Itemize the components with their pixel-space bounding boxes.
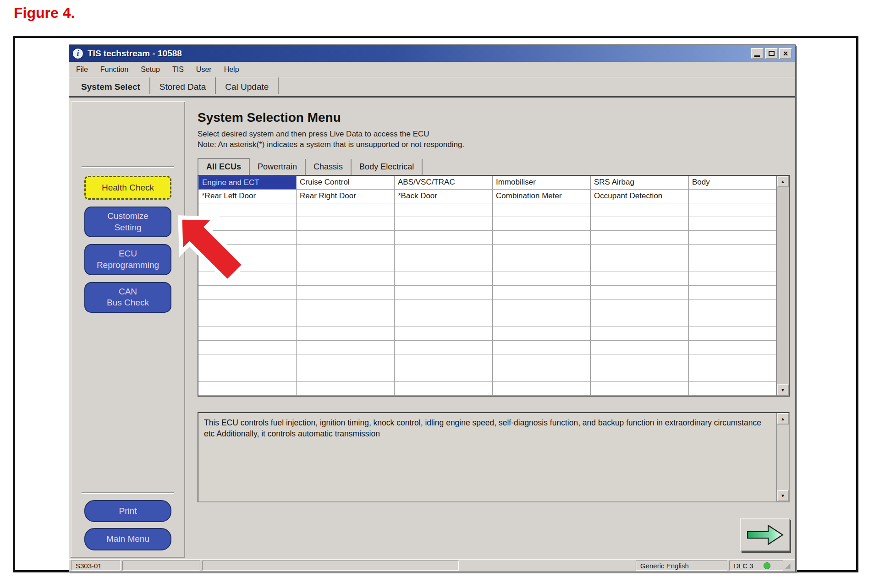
table-cell-empty[interactable] — [297, 286, 395, 299]
ecu-tab-all-ecus[interactable]: All ECUs — [198, 158, 250, 175]
table-cell-empty[interactable] — [395, 245, 493, 258]
table-cell-empty[interactable] — [198, 354, 297, 368]
table-cell-empty[interactable] — [689, 272, 776, 286]
table-cell-empty[interactable] — [493, 272, 591, 286]
health-check-button[interactable]: Health Check — [84, 176, 171, 200]
table-cell-empty[interactable] — [297, 313, 395, 327]
table-cell-empty[interactable] — [591, 231, 689, 245]
table-cell-empty[interactable] — [198, 203, 297, 217]
table-cell-empty[interactable] — [493, 382, 591, 396]
table-cell-empty[interactable] — [689, 286, 776, 299]
table-cell-empty[interactable] — [493, 327, 591, 341]
table-cell-empty[interactable] — [297, 245, 395, 258]
table-cell-empty[interactable] — [689, 217, 776, 231]
table-cell-empty[interactable] — [198, 217, 297, 231]
table-cell-rear-right-door[interactable]: Rear Right Door — [297, 190, 395, 203]
table-cell-empty[interactable] — [297, 382, 395, 396]
table-cell-empty[interactable] — [591, 203, 689, 217]
table-cell-empty[interactable] — [297, 354, 395, 368]
table-cell-empty[interactable] — [395, 368, 493, 382]
table-scrollbar[interactable]: ▲ ▼ — [776, 176, 789, 396]
print-button[interactable]: Print — [84, 500, 171, 523]
table-cell-empty[interactable] — [198, 272, 297, 286]
table-cell-empty[interactable] — [689, 368, 776, 382]
ecu-tab-chassis[interactable]: Chassis — [306, 159, 352, 175]
table-cell-empty[interactable] — [395, 341, 493, 354]
table-cell-empty[interactable] — [198, 382, 297, 396]
table-cell-back-door[interactable]: *Back Door — [395, 190, 493, 203]
menu-item-tis[interactable]: TIS — [172, 65, 184, 74]
description-scrollbar[interactable]: ▲ ▼ — [776, 413, 789, 501]
table-cell-empty[interactable] — [689, 327, 776, 341]
table-cell-empty[interactable] — [493, 368, 591, 382]
table-cell-empty[interactable] — [689, 354, 776, 368]
menu-item-help[interactable]: Help — [224, 65, 239, 74]
table-cell-empty[interactable] — [689, 258, 776, 272]
table-cell-immobiliser[interactable]: Immobiliser — [493, 176, 591, 190]
table-cell-empty[interactable] — [395, 286, 493, 299]
table-cell-empty[interactable] — [395, 382, 493, 396]
table-cell-empty[interactable] — [689, 313, 776, 327]
table-cell-body[interactable]: Body — [689, 176, 776, 190]
table-cell-empty[interactable] — [395, 299, 493, 313]
tab-system-select[interactable]: System Select — [72, 77, 150, 94]
table-cell-empty[interactable] — [297, 272, 395, 286]
ecu-reprogramming-button[interactable]: ECUReprogramming — [84, 244, 171, 275]
customize-setting-button[interactable]: CustomizeSetting — [84, 207, 171, 237]
table-cell-empty[interactable] — [591, 299, 689, 313]
table-cell-srs-airbag[interactable]: SRS Airbag — [591, 176, 689, 190]
table-cell-empty[interactable] — [591, 258, 689, 272]
table-cell-abs-vsc-trac[interactable]: ABS/VSC/TRAC — [395, 176, 493, 190]
tab-cal-update[interactable]: Cal Update — [216, 77, 279, 94]
table-cell-empty[interactable] — [198, 313, 297, 327]
close-button[interactable]: × — [779, 48, 792, 59]
next-button[interactable] — [740, 518, 790, 551]
table-cell-empty[interactable] — [591, 368, 689, 382]
table-cell-empty[interactable] — [297, 258, 395, 272]
table-cell-empty[interactable] — [395, 231, 493, 245]
table-cell-empty[interactable] — [395, 217, 493, 231]
table-cell-empty[interactable] — [297, 217, 395, 231]
minimize-button[interactable] — [751, 48, 764, 59]
table-cell-empty[interactable] — [591, 286, 689, 299]
table-cell-empty[interactable] — [493, 341, 591, 354]
table-cell-empty[interactable] — [591, 341, 689, 354]
table-cell-empty[interactable] — [198, 245, 297, 258]
table-cell-engine-and-ect[interactable]: Engine and ECT — [198, 176, 297, 190]
menu-item-user[interactable]: User — [196, 65, 212, 74]
table-cell-empty[interactable] — [493, 354, 591, 368]
scroll-down-icon[interactable]: ▼ — [777, 384, 789, 396]
table-cell-empty[interactable] — [493, 313, 591, 327]
table-cell-empty[interactable] — [689, 190, 776, 203]
main-menu-button[interactable]: Main Menu — [84, 528, 171, 550]
table-cell-empty[interactable] — [689, 245, 776, 258]
table-cell-empty[interactable] — [591, 272, 689, 286]
scroll-up-icon[interactable]: ▲ — [777, 176, 789, 187]
table-cell-empty[interactable] — [591, 217, 689, 231]
table-cell-empty[interactable] — [689, 231, 776, 245]
table-cell-empty[interactable] — [297, 327, 395, 341]
table-cell-empty[interactable] — [493, 231, 591, 245]
ecu-tab-powertrain[interactable]: Powertrain — [250, 159, 306, 175]
table-cell-occupant-detection[interactable]: Occupant Detection — [591, 190, 689, 203]
table-cell-empty[interactable] — [591, 382, 689, 396]
table-cell-empty[interactable] — [591, 313, 689, 327]
table-cell-empty[interactable] — [198, 327, 297, 341]
table-cell-empty[interactable] — [297, 203, 395, 217]
table-cell-empty[interactable] — [395, 327, 493, 341]
table-cell-empty[interactable] — [297, 368, 395, 382]
table-cell-empty[interactable] — [198, 258, 297, 272]
table-cell-empty[interactable] — [198, 231, 297, 245]
menu-item-function[interactable]: Function — [100, 65, 128, 74]
table-cell-empty[interactable] — [198, 368, 297, 382]
table-cell-empty[interactable] — [395, 354, 493, 368]
table-cell-empty[interactable] — [689, 382, 776, 396]
table-cell-rear-left-door[interactable]: *Rear Left Door — [198, 190, 297, 203]
table-cell-empty[interactable] — [395, 203, 493, 217]
table-cell-empty[interactable] — [689, 341, 776, 354]
table-cell-empty[interactable] — [297, 231, 395, 245]
table-cell-empty[interactable] — [395, 258, 493, 272]
table-cell-empty[interactable] — [591, 327, 689, 341]
table-cell-empty[interactable] — [493, 258, 591, 272]
can-bus-check-button[interactable]: CANBus Check — [84, 282, 171, 313]
